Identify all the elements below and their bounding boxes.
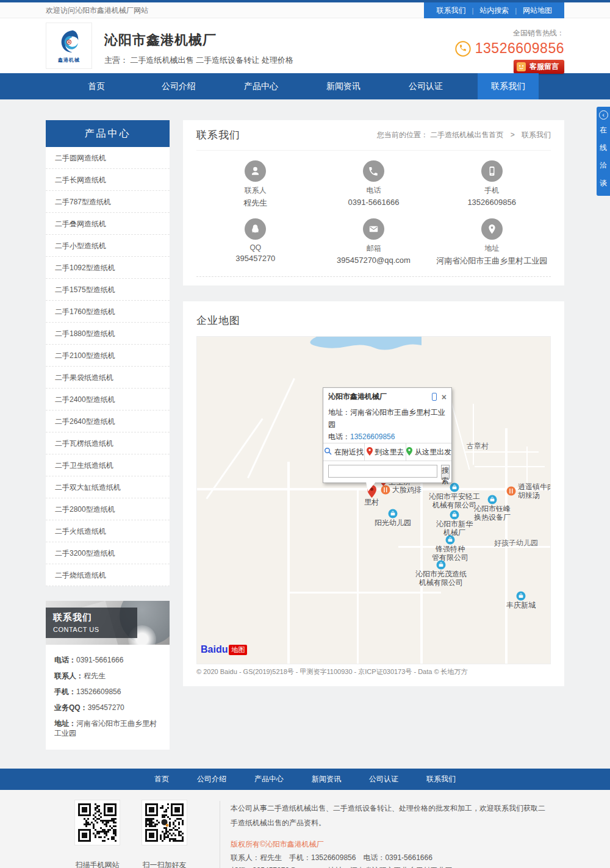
sidebar-product-item[interactable]: 二手双大缸纸造纸机: [46, 476, 170, 498]
blue-poi-icon: [487, 495, 497, 504]
sidebar-contact-title: 联系我们: [53, 612, 130, 623]
sidebar-product-item[interactable]: 二手小型造纸机: [46, 235, 170, 257]
map-poi[interactable]: 沁阳市钰峰换热设备厂: [474, 495, 511, 522]
breadcrumb-separator: >: [511, 131, 515, 139]
breadcrumb-home-link[interactable]: 二手造纸机械出售首页: [430, 131, 503, 139]
qq-face-icon: [517, 62, 526, 71]
info-phone-label: 电话：: [328, 432, 350, 441]
sidebar-product-item[interactable]: 二手2100型造纸机: [46, 345, 170, 367]
mobile-icon: [481, 160, 503, 182]
topbar-link-0[interactable]: 联系我们: [432, 5, 469, 16]
contact-card: 手机13526609856: [432, 160, 551, 209]
map-poi[interactable]: 丰庆新城: [506, 591, 536, 609]
map-road: [465, 451, 539, 453]
sidebar-product-item[interactable]: 二手2640型造纸机: [46, 411, 170, 432]
nav-item-1[interactable]: 公司介绍: [148, 73, 209, 99]
sidebar-product-item[interactable]: 二手叠网造纸机: [46, 213, 170, 235]
map-poi[interactable]: 逍遥镇牛肉胡辣汤: [506, 482, 551, 500]
contact-card-label: QQ: [196, 243, 315, 252]
map-poi[interactable]: 沁阳市光茂造纸机械有限公司: [415, 560, 467, 587]
footer-contact-line-1: 联系人：程先生 手机：13526609856 电话：0391-5661666: [231, 852, 552, 864]
nav-item-2[interactable]: 产品中心: [231, 73, 292, 99]
map-road: [287, 462, 290, 664]
map-canvas[interactable]: 沁阳市鑫港机械厂 地址：河南省沁阳市王曲乡里村工业园 电话：135: [196, 336, 551, 664]
sidebar-product-item[interactable]: 二手1760型造纸机: [46, 301, 170, 323]
topbar-link-2[interactable]: 网站地图: [519, 5, 556, 16]
fnav-item-1[interactable]: 公司介绍: [183, 769, 240, 790]
sidebar-product-item[interactable]: 二手卫生纸造纸机: [46, 454, 170, 476]
sidebar-product-item[interactable]: 二手长网造纸机: [46, 169, 170, 191]
map-poi[interactable]: 大脸鸡排: [381, 485, 422, 495]
contact-card-label: 联系人: [196, 185, 315, 196]
river-shape: [300, 337, 422, 359]
sidebar-product-item[interactable]: 二手2800型造纸机: [46, 498, 170, 520]
sidebar-contact-line: 手机：13526609856: [54, 684, 161, 700]
footer-description: 本公司从事二手造纸机械出售、二手造纸设备转让、处理价格的批发和加工，欢迎联系我们…: [231, 801, 552, 830]
person-icon: [245, 160, 266, 182]
online-chat-label: 在线洽谈: [597, 125, 610, 188]
sidebar-product-item[interactable]: 二手2400型造纸机: [46, 389, 170, 411]
map-search-button[interactable]: 搜索: [441, 465, 450, 479]
nav-item-3[interactable]: 新闻资讯: [313, 73, 374, 99]
map-poi-label: 阳光幼儿园: [375, 518, 411, 527]
mail-icon: [363, 218, 384, 240]
map-action-magnifier[interactable]: 在附近找: [323, 443, 365, 461]
hotline-label: 全国销售热线：: [455, 28, 564, 38]
sidebar-contact-line: 电话：0391-5661666: [54, 652, 161, 668]
site-footer: 扫描手机网站扫一扫加好友 本公司从事二手造纸机械出售、二手造纸设备转让、处理价格…: [0, 790, 610, 868]
company-name: 沁阳市鑫港机械厂: [104, 31, 293, 49]
contact-card: QQ395457270: [196, 218, 315, 267]
message-button-label: 客服留言: [529, 62, 559, 72]
map-poi[interactable]: 沁阳市新华机械厂: [436, 510, 473, 537]
close-icon[interactable]: [442, 393, 447, 401]
logo-text: 鑫港机械: [58, 57, 80, 63]
sidebar-product-item[interactable]: 二手烧纸造纸机: [46, 564, 170, 586]
qr-code-caption: 扫描手机网站: [74, 860, 120, 868]
nav-item-0[interactable]: 首页: [66, 73, 127, 99]
info-window-pointer: [366, 482, 376, 492]
customer-message-button[interactable]: 客服留言: [514, 60, 564, 74]
nav-item-5[interactable]: 联系我们: [478, 73, 539, 99]
topbar-link-separator: ｜: [469, 6, 476, 15]
company-logo: 鑫港机械: [46, 23, 92, 69]
sidebar-product-item[interactable]: 二手火纸造纸机: [46, 520, 170, 542]
nav-item-4[interactable]: 公司认证: [395, 73, 456, 99]
map-road: [357, 489, 359, 664]
map-road: [206, 418, 263, 500]
qr-code-item: 扫一扫加好友: [142, 800, 187, 868]
sidebar-product-item[interactable]: 二手1575型造纸机: [46, 279, 170, 301]
fnav-item-5[interactable]: 联系我们: [412, 769, 470, 790]
fnav-item-3[interactable]: 新闻资讯: [298, 769, 355, 790]
sidebar-product-item[interactable]: 二手果袋纸造纸机: [46, 367, 170, 389]
sidebar-product-item[interactable]: 二手圆网造纸机: [46, 147, 170, 169]
baidu-logo-text: Baidu: [201, 644, 228, 655]
sidebar-contact-line: 联系人：程先生: [54, 668, 161, 684]
map-action-pin-green[interactable]: 从这里出发: [406, 443, 451, 461]
sidebar-product-item[interactable]: 二手瓦楞纸造纸机: [46, 432, 170, 454]
map-poi[interactable]: 锋强特种管有限公司: [432, 535, 468, 562]
orange-poi-icon: [381, 485, 390, 495]
site-header: 鑫港机械 沁阳市鑫港机械厂 主营： 二手造纸机械出售 二手造纸设备转让 处理价格…: [0, 18, 610, 73]
pin-red-icon: [367, 447, 373, 457]
map-poi[interactable]: 阳光幼儿园: [375, 509, 411, 527]
map-poi[interactable]: 沁阳市平安轻工机械有限公司: [429, 482, 480, 509]
topbar: 欢迎访问沁阳市鑫港机械厂网站 联系我们｜站内搜索｜网站地图: [0, 2, 610, 18]
sidebar-product-item[interactable]: 二手1092型造纸机: [46, 257, 170, 279]
map-search-input[interactable]: [328, 465, 437, 478]
map-action-pin-red[interactable]: 到这里去: [365, 443, 406, 461]
qr-code-image: [142, 800, 187, 845]
sidebar-product-item[interactable]: 二手3200型造纸机: [46, 542, 170, 564]
fnav-item-2[interactable]: 产品中心: [240, 769, 298, 790]
magnifier-icon: [324, 447, 332, 457]
sidebar-product-item[interactable]: 二手1880型造纸机: [46, 323, 170, 345]
sidebar-product-item[interactable]: 二手787型造纸机: [46, 191, 170, 213]
sidebar-contact-box: 联系我们 CONTACT US 电话：0391-5661666联系人：程先生手机…: [46, 601, 170, 750]
fnav-item-4[interactable]: 公司认证: [355, 769, 412, 790]
breadcrumb: 您当前的位置： 二手造纸机械出售首页 > 联系我们: [377, 130, 551, 140]
online-chat-bar[interactable]: 在线洽谈: [597, 107, 610, 196]
topbar-link-1[interactable]: 站内搜索: [476, 5, 512, 16]
blue-poi-icon: [436, 560, 446, 570]
mobile-view-icon[interactable]: [432, 393, 437, 401]
blue-poi-icon: [388, 509, 398, 518]
fnav-item-0[interactable]: 首页: [140, 769, 183, 790]
